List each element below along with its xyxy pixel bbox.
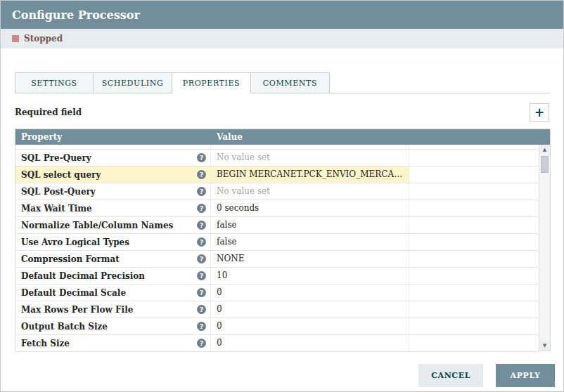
property-value[interactable]: 10	[211, 268, 409, 284]
help-icon[interactable]: ?	[197, 254, 206, 263]
property-name: Compression Format	[21, 254, 120, 264]
scroll-up-arrow[interactable]: ▲	[539, 145, 550, 155]
property-name-cell: SQL select query?	[15, 166, 211, 183]
property-name: Use Avro Logical Types	[21, 237, 129, 247]
tab-bar: SETTINGS SCHEDULING PROPERTIES COMMENTS	[15, 72, 551, 93]
configure-processor-dialog: Configure Processor Stopped SETTINGS SCH…	[0, 0, 564, 392]
properties-table: Property Value SQL Pre-Query?No value se…	[15, 129, 551, 351]
property-name: Default Decimal Precision	[21, 271, 145, 281]
tab-label: SCHEDULING	[102, 79, 164, 88]
tab-comments[interactable]: COMMENTS	[251, 72, 330, 93]
table-row[interactable]: SQL Post-Query?No value set	[15, 183, 539, 200]
table-row[interactable]: Max Rows Per Flow File?0	[15, 301, 539, 318]
column-header-value: Value	[211, 132, 409, 142]
help-icon[interactable]: ?	[197, 322, 206, 331]
status-label: Stopped	[24, 34, 63, 44]
tab-properties[interactable]: PROPERTIES	[172, 72, 251, 93]
table-row[interactable]: Compression Format?NONE	[15, 251, 539, 268]
property-name-cell: Fetch Size?	[15, 335, 211, 351]
row-filler	[409, 301, 539, 318]
column-header-property: Property	[15, 132, 211, 142]
table-toolbar: Required field +	[15, 103, 549, 122]
scrollbar[interactable]: ▲ ▼	[539, 145, 550, 351]
property-value[interactable]: 0	[211, 335, 409, 351]
property-name-cell: SQL Post-Query?	[15, 183, 211, 200]
row-filler	[409, 217, 539, 233]
row-filler	[409, 335, 539, 351]
property-name-cell: Output Batch Size?	[15, 318, 211, 334]
property-name-cell: Default Decimal Scale?	[15, 285, 211, 301]
property-name-cell: Default Decimal Precision?	[15, 268, 211, 284]
help-icon[interactable]: ?	[197, 221, 206, 230]
tab-scheduling[interactable]: SCHEDULING	[94, 72, 172, 93]
property-name: SQL Post-Query	[21, 187, 96, 197]
plus-icon: +	[534, 107, 544, 119]
help-icon[interactable]: ?	[197, 237, 206, 247]
property-value[interactable]: No value set	[211, 183, 409, 200]
property-name: Normalize Table/Column Names	[21, 221, 173, 230]
row-filler	[409, 285, 539, 301]
table-body: SQL Pre-Query?No value setSQL select que…	[15, 145, 539, 352]
row-filler	[409, 318, 539, 334]
table-row[interactable]: Output Batch Size?0	[15, 318, 539, 335]
property-name: Max Rows Per Flow File	[21, 305, 133, 315]
table-row[interactable]: Normalize Table/Column Names?false	[15, 217, 539, 234]
tab-label: SETTINGS	[31, 79, 77, 88]
help-icon[interactable]: ?	[197, 339, 206, 348]
property-value[interactable]: BEGIN MERCANET.PCK_ENVIO_MERCANET.P_P…	[211, 166, 409, 183]
tab-label: PROPERTIES	[183, 79, 240, 88]
add-property-button[interactable]: +	[530, 103, 549, 122]
property-value[interactable]: 0 seconds	[211, 200, 409, 216]
tab-settings[interactable]: SETTINGS	[15, 72, 94, 93]
property-name-cell: SQL Pre-Query?	[15, 150, 211, 166]
dialog-footer: CANCEL APPLY	[418, 364, 555, 387]
help-icon[interactable]: ?	[197, 204, 206, 213]
property-name: Output Batch Size	[21, 322, 108, 332]
status-bar: Stopped	[1, 29, 563, 48]
table-row[interactable]: Default Decimal Scale?0	[15, 285, 539, 301]
property-value[interactable]: No value set	[211, 150, 409, 166]
table-row[interactable]: SQL Pre-Query?No value set	[15, 150, 539, 166]
property-value[interactable]: false	[211, 217, 409, 233]
help-icon[interactable]: ?	[197, 271, 206, 280]
property-value[interactable]: 0	[211, 301, 409, 318]
table-row[interactable]: Fetch Size?0	[15, 335, 539, 352]
row-filler	[409, 251, 539, 267]
scroll-down-arrow[interactable]: ▼	[539, 341, 550, 351]
property-name-cell: Normalize Table/Column Names?	[15, 217, 211, 233]
table-row[interactable]: Max Wait Time?0 seconds	[15, 200, 539, 217]
property-value[interactable]: 0	[211, 318, 409, 334]
row-filler	[409, 183, 539, 200]
property-name-cell: Compression Format?	[15, 251, 211, 267]
row-filler	[409, 166, 539, 183]
property-name-cell: Max Rows Per Flow File?	[15, 301, 211, 318]
apply-button[interactable]: APPLY	[496, 364, 555, 387]
property-value[interactable]: 0	[211, 285, 409, 301]
help-icon[interactable]: ?	[197, 305, 206, 314]
help-icon[interactable]: ?	[197, 170, 206, 179]
required-field-label: Required field	[15, 107, 82, 117]
table-row[interactable]: SQL select query?BEGIN MERCANET.PCK_ENVI…	[15, 166, 539, 183]
row-filler	[409, 268, 539, 284]
scroll-thumb[interactable]	[541, 156, 549, 173]
row-filler	[409, 150, 539, 166]
table-header: Property Value	[15, 129, 550, 145]
help-icon[interactable]: ?	[197, 187, 206, 196]
stopped-icon	[12, 35, 19, 42]
help-icon[interactable]: ?	[197, 288, 206, 297]
property-name: SQL select query	[21, 170, 101, 180]
table-row[interactable]: Use Avro Logical Types?false	[15, 234, 539, 251]
help-icon[interactable]: ?	[197, 153, 206, 162]
property-name: SQL Pre-Query	[21, 153, 91, 163]
property-name-cell: Use Avro Logical Types?	[15, 234, 211, 250]
property-name: Fetch Size	[21, 339, 70, 348]
row-filler	[409, 200, 539, 216]
tab-label: COMMENTS	[263, 79, 317, 88]
cancel-button[interactable]: CANCEL	[418, 364, 483, 387]
property-value[interactable]: NONE	[211, 251, 409, 267]
property-value[interactable]: false	[211, 234, 409, 250]
row-filler	[409, 234, 539, 250]
table-row[interactable]: Default Decimal Precision?10	[15, 268, 539, 285]
dialog-title: Configure Processor	[12, 8, 140, 22]
property-name: Max Wait Time	[21, 204, 92, 214]
